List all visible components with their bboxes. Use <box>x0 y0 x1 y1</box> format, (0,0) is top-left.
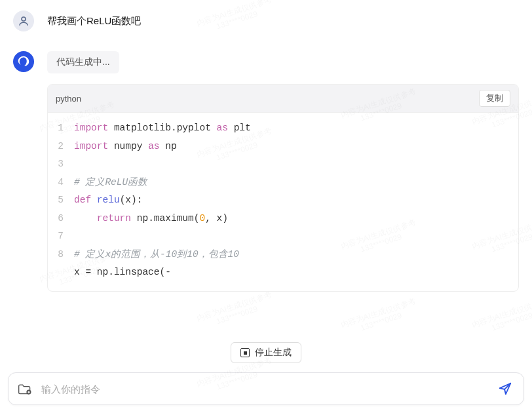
line-number: 1 <box>48 119 74 138</box>
line-content: # 定义ReLU函数 <box>74 174 518 192</box>
svg-point-0 <box>22 17 26 21</box>
line-number: 5 <box>48 191 74 210</box>
line-content <box>74 155 518 174</box>
send-icon <box>498 382 512 396</box>
user-icon <box>18 15 29 27</box>
code-line: 1import matplotlib.pyplot as plt <box>48 119 518 138</box>
line-number: 3 <box>48 155 74 174</box>
bottom-area: 停止生成 <box>0 342 532 413</box>
code-line: 8# 定义x的范围，从-10到10，包含10 <box>48 246 518 264</box>
stop-generation-button[interactable]: 停止生成 <box>231 342 301 363</box>
user-avatar <box>13 10 34 31</box>
assistant-content: 代码生成中... python 复制 1import matplotlib.py… <box>47 51 519 292</box>
code-language-label: python <box>56 94 81 104</box>
line-number: 7 <box>48 227 74 246</box>
copy-button[interactable]: 复制 <box>479 90 510 107</box>
line-number: 2 <box>48 138 74 156</box>
line-number: 6 <box>48 210 74 228</box>
code-line: 3 <box>48 155 518 174</box>
code-line: 6 return np.maximum(0, x) <box>48 210 518 228</box>
code-line: 2import numpy as np <box>48 138 518 156</box>
line-content <box>74 227 518 246</box>
stop-icon <box>240 348 250 357</box>
code-block: python 复制 1import matplotlib.pyplot as p… <box>47 84 519 292</box>
line-content: import matplotlib.pyplot as plt <box>74 119 518 138</box>
user-message-text: 帮我画个ReLU函数吧 <box>47 15 141 28</box>
prompt-input[interactable] <box>41 384 487 395</box>
line-number: 4 <box>48 174 74 192</box>
assistant-avatar <box>13 51 34 72</box>
message-area: 帮我画个ReLU函数吧 代码生成中... python 复制 1import m… <box>0 0 532 342</box>
line-content: x = np.linspace(- <box>74 264 518 282</box>
line-content: def relu(x): <box>74 191 518 210</box>
send-button[interactable] <box>496 380 514 398</box>
code-line: 5def relu(x): <box>48 191 518 210</box>
line-number: 8 <box>48 246 74 264</box>
generation-status: 代码生成中... <box>47 51 119 73</box>
code-line: x = np.linspace(- <box>48 264 518 282</box>
stop-label: 停止生成 <box>255 347 292 359</box>
code-line: 4# 定义ReLU函数 <box>48 174 518 192</box>
attachment-icon[interactable] <box>18 382 32 395</box>
assistant-message-row: 代码生成中... python 复制 1import matplotlib.py… <box>13 51 519 292</box>
input-bar <box>8 372 524 405</box>
line-content: import numpy as np <box>74 138 518 156</box>
code-line: 7 <box>48 227 518 246</box>
code-header: python 复制 <box>48 85 518 113</box>
user-message-row: 帮我画个ReLU函数吧 <box>13 10 519 31</box>
assistant-logo-icon <box>16 54 31 69</box>
line-content: return np.maximum(0, x) <box>74 210 518 228</box>
line-number <box>48 264 74 282</box>
line-content: # 定义x的范围，从-10到10，包含10 <box>74 246 518 264</box>
code-body: 1import matplotlib.pyplot as plt2import … <box>48 113 518 291</box>
